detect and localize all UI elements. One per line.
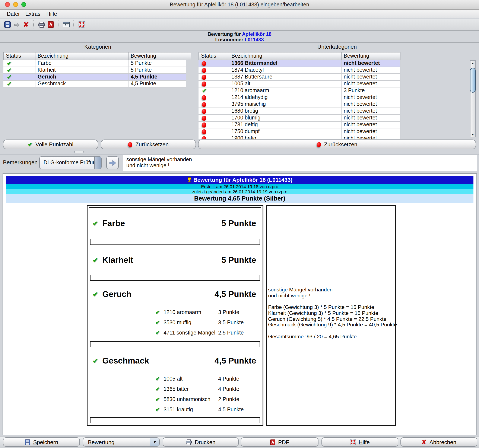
column-header-status[interactable]: Status [3, 52, 35, 60]
red-dot-icon [202, 122, 206, 127]
cell-bezeichnung: 1900 hefig [229, 135, 341, 139]
scrollbar-track[interactable] [471, 65, 475, 132]
bemerkungen-dropdown[interactable]: DLG-konforme Prüfung [39, 156, 102, 169]
table-row[interactable]: 3795 maischignicht bewertet [199, 101, 400, 108]
table-row[interactable]: 1900 hefignicht bewertet [199, 135, 400, 139]
menu-extras[interactable]: Extras [22, 11, 43, 17]
scroll-up-icon[interactable]: ▲ [471, 61, 475, 65]
report-preview: Bewertung für Apfellikör 18 (L011433) Er… [3, 173, 477, 435]
zuruecksetzen-kategorien-button[interactable]: Zurücksetzen [101, 139, 196, 149]
scrollbar-thumb[interactable] [470, 68, 476, 92]
chevron-down-icon[interactable]: ▼ [150, 438, 159, 446]
red-dot-icon [317, 142, 321, 147]
cell-status: ✔ [3, 67, 35, 74]
report-category: ✔Geruch4,5 Punkte✔1210 aromaarm3 Punkte✔… [89, 281, 261, 347]
table-row[interactable]: 1005 altnicht bewertet [199, 81, 400, 87]
table-row[interactable]: 1387 Buttersäurenicht bewertet [199, 74, 400, 81]
column-header-status[interactable]: Status [199, 52, 229, 60]
red-dot-icon [202, 81, 206, 86]
apply-remark-button[interactable] [106, 156, 119, 169]
scrollbar-vertical[interactable]: ▲ ▼ [470, 60, 476, 137]
report-subitem-points: 4,5 Punkte [218, 407, 244, 413]
table-header: Status Bezeichnung Bewertung [3, 52, 191, 60]
cell-bezeichnung: Farbe [35, 60, 128, 67]
bemerkungen-textarea[interactable]: sonstige Mängel vorhanden und nicht weni… [123, 155, 477, 171]
trophy-icon [187, 177, 192, 183]
check-icon: ✔ [155, 397, 160, 402]
table-row[interactable]: 1750 dumpfnicht bewertet [199, 128, 400, 135]
menu-hilfe[interactable]: Hilfe [43, 11, 60, 17]
table-row[interactable]: 1366 Bittermandelnicht bewertet [199, 60, 400, 67]
column-header-filler [186, 52, 191, 60]
pdf-icon[interactable] [46, 20, 55, 29]
print-button[interactable]: Drucken [163, 437, 239, 447]
report-subitem-name: 3151 krautig [164, 407, 218, 413]
toolbar-separator [33, 20, 34, 29]
kategorien-title: Kategorien [2, 44, 193, 50]
table-row[interactable]: ✔Klarheit5 Punkte [3, 67, 186, 74]
menu-datei[interactable]: Datei [4, 11, 22, 17]
toolbar-separator [73, 20, 74, 29]
report-subitem: ✔1210 aromaarm3 Punkte [89, 307, 261, 317]
scroll-down-icon[interactable]: ▼ [471, 132, 475, 137]
check-icon: ✔ [93, 220, 98, 227]
volle-punktzahl-button[interactable]: ✔ Volle Punktzahl [3, 139, 98, 149]
toolbar: ✘ [0, 19, 479, 31]
cell-bewertung: nicht bewertet [341, 101, 400, 108]
cell-status [199, 135, 229, 139]
header-line1-value: Apfellikör 18 [242, 32, 272, 37]
cell-bewertung: nicht bewertet [341, 108, 400, 115]
table-header: Status Bezeichnung Bewertung [199, 52, 400, 60]
save-icon[interactable] [3, 20, 12, 29]
fullscreen-icon[interactable] [77, 20, 86, 29]
cell-bezeichnung: 1750 dumpf [229, 128, 341, 135]
bemerkungen-bar: Bemerkungen : DLG-konforme Prüfung sonst… [0, 154, 479, 171]
table-row[interactable]: ✔1210 aromaarm3 Punkte [199, 87, 400, 94]
cell-bewertung: 5 Punkte [128, 67, 186, 74]
table-row[interactable]: ✔Geschmack4,5 Punkte [3, 81, 186, 87]
table-row[interactable]: 1700 blumignicht bewertet [199, 115, 400, 122]
print-icon[interactable] [37, 20, 46, 29]
report-subitem-name: 4711 sonstige Mängel [164, 330, 218, 336]
cancel-label: Abbrechen [429, 439, 456, 445]
window-title: Bewertung für Apfellikör 18 (L011433) ei… [0, 0, 479, 9]
report-subitem: ✔3530 muffig3,5 Punkte [89, 317, 261, 328]
preview-icon[interactable] [61, 20, 71, 29]
check-icon: ✔ [155, 330, 160, 335]
cancel-button[interactable]: ✘ Abbrechen [400, 437, 477, 447]
titlebar: Bewertung für Apfellikör 18 (L011433) ei… [0, 0, 479, 10]
printer-icon [186, 439, 192, 445]
table-row[interactable]: 1731 deftignicht bewertet [199, 122, 400, 128]
zuruecksetzen-unterkategorien-button[interactable]: Zurücksetzen [198, 139, 476, 149]
delete-icon[interactable]: ✘ [21, 20, 31, 29]
undo-icon[interactable] [12, 20, 21, 29]
help-button[interactable]: Hilfe [321, 437, 398, 447]
bewertung-dropdown[interactable]: Bewertung ▼ [83, 437, 160, 447]
column-header-bewertung[interactable]: Bewertung [341, 52, 400, 60]
column-header-bezeichnung[interactable]: Bezeichnung [229, 52, 341, 60]
cell-bezeichnung: 1366 Bittermandel [229, 60, 341, 67]
cell-status [199, 81, 229, 87]
report-subitem: ✔5830 unharmonisch2 Punkte [89, 394, 261, 404]
report-category: ✔Klarheit5 Punkte [89, 245, 261, 281]
check-icon: ✔ [155, 320, 160, 325]
table-row[interactable]: ✔Geruch4,5 Punkte [3, 74, 186, 81]
column-header-bezeichnung[interactable]: Bezeichnung [35, 52, 128, 60]
cell-bewertung: nicht bewertet [341, 115, 400, 122]
cell-bezeichnung: 3795 maischig [229, 101, 341, 108]
cell-bewertung: 4,5 Punkte [128, 74, 186, 81]
kategorien-table: Status Bezeichnung Bewertung ✔Farbe5 Pun… [3, 52, 191, 87]
table-row[interactable]: ✔Farbe5 Punkte [3, 60, 186, 67]
table-row[interactable]: 1874 Diacetylnicht bewertet [199, 67, 400, 74]
column-header-bewertung[interactable]: Bewertung [128, 52, 186, 60]
check-icon: ✔ [202, 88, 207, 93]
save-button[interactable]: Speichern [3, 437, 80, 447]
table-row[interactable]: 1214 aldehydignicht bewertet [199, 94, 400, 101]
splitter-handle[interactable] [74, 151, 84, 153]
cell-status: ✔ [3, 60, 35, 67]
cell-status [199, 101, 229, 108]
zuruecksetzen-label: Zurücksetzen [324, 141, 357, 148]
cell-status [199, 74, 229, 81]
pdf-button[interactable]: PDF [241, 437, 319, 447]
table-row[interactable]: 1680 brotignicht bewertet [199, 108, 400, 115]
